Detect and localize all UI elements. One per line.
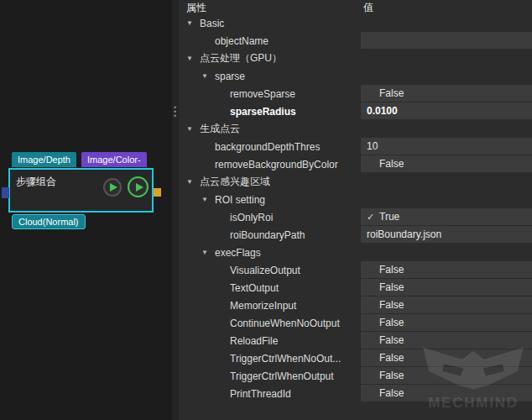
property-cell[interactable]: sparseRadius (179, 102, 361, 120)
expand-triangle-icon[interactable]: ▼ (186, 55, 200, 62)
value-cell[interactable]: False (361, 297, 532, 314)
property-cell[interactable]: TextOutput (179, 279, 361, 297)
splitter-handle-icon[interactable]: ••• (174, 106, 176, 118)
expand-triangle-icon[interactable]: ▼ (186, 178, 200, 186)
property-row[interactable]: ▼ sparse (179, 67, 532, 85)
property-row[interactable]: ▼ ROI setting (179, 191, 532, 208)
property-row[interactable]: TextOutput False (179, 279, 532, 297)
property-row[interactable]: removeSparse False (179, 85, 532, 102)
property-label: PrintThreadId (230, 388, 291, 400)
node-editor-canvas[interactable]: Image/Depth Image/Color- 步骤组合 Cloud(Norm… (0, 0, 172, 420)
value-cell[interactable] (361, 32, 532, 50)
property-row[interactable]: ▼ execFlags (179, 244, 532, 261)
property-label: ROI setting (215, 194, 265, 206)
run-step-button[interactable] (103, 178, 122, 197)
value-text: 0.0100 (367, 105, 398, 117)
property-label: ReloadFile (230, 335, 278, 347)
property-row[interactable]: TriggerCtrlWhenNoOut... False (179, 349, 532, 367)
property-row[interactable]: TriggerCtrlWhenOutput False (179, 367, 532, 385)
value-cell[interactable]: False (361, 279, 532, 297)
property-label: removeSparse (230, 88, 295, 100)
value-text: 10 (367, 140, 378, 152)
property-label: 生成点云 (200, 122, 240, 136)
expand-triangle-icon[interactable]: ▼ (186, 19, 200, 27)
property-cell[interactable]: removeBackgroundByColor (179, 155, 361, 173)
value-cell[interactable]: ✓ True (361, 208, 532, 226)
property-cell[interactable]: roiBoundaryPath (179, 226, 361, 244)
property-cell[interactable]: objectName (179, 32, 361, 50)
property-row[interactable]: roiBoundaryPath roiBoundary.json (179, 226, 532, 244)
expand-triangle-icon[interactable]: ▼ (201, 249, 215, 256)
column-header-property: 属性 (179, 0, 361, 14)
expand-triangle-icon[interactable]: ▼ (201, 72, 215, 80)
property-cell[interactable]: MemorizeInput (179, 297, 361, 314)
panel-splitter[interactable]: ••• (172, 0, 179, 420)
value-cell[interactable]: 0.0100 (361, 102, 532, 120)
property-label: isOnlyRoi (230, 212, 273, 223)
step-group-node[interactable]: 步骤组合 (8, 168, 154, 213)
node-output-port-cloud-normal[interactable]: Cloud(Normal) (12, 214, 86, 229)
property-cell[interactable]: ▼ sparse (179, 67, 361, 85)
property-row[interactable]: objectName (179, 32, 532, 50)
property-label: ContinueWhenNoOutput (230, 318, 340, 329)
value-cell[interactable]: False (361, 85, 532, 102)
node-input-port-image-color[interactable]: Image/Color- (81, 152, 147, 167)
property-row[interactable]: VisualizeOutput False (179, 261, 532, 279)
value-cell[interactable]: roiBoundary.json (361, 226, 532, 244)
property-cell[interactable]: ▼ ROI setting (179, 191, 361, 208)
value-text: False (379, 264, 404, 276)
value-cell[interactable]: False (361, 385, 532, 402)
property-row[interactable]: MemorizeInput False (179, 297, 532, 314)
property-label: 点云处理（GPU） (200, 51, 282, 66)
checkmark-icon: ✓ (367, 212, 379, 223)
property-row[interactable]: ContinueWhenNoOutput False (179, 314, 532, 332)
property-cell[interactable]: VisualizeOutput (179, 261, 361, 279)
property-cell[interactable]: isOnlyRoi (179, 208, 361, 226)
value-text: roiBoundary.json (367, 228, 441, 240)
expand-triangle-icon[interactable]: ▼ (201, 196, 215, 203)
property-cell[interactable]: TriggerCtrlWhenOutput (179, 367, 361, 385)
property-label: VisualizeOutput (230, 265, 300, 276)
property-row[interactable]: ▼ 生成点云 (179, 120, 532, 138)
property-panel-header: 属性 值 (179, 0, 532, 14)
property-row[interactable]: ▼ 点云感兴趣区域 (179, 173, 532, 191)
property-cell[interactable]: ▼ execFlags (179, 244, 361, 261)
property-cell[interactable]: PrintThreadId (179, 385, 361, 402)
property-label: TriggerCtrlWhenNoOut... (230, 353, 341, 365)
property-cell[interactable]: ▼ 点云处理（GPU） (179, 50, 361, 67)
value-cell[interactable]: False (361, 314, 532, 332)
value-text: False (379, 87, 404, 99)
property-label: roiBoundaryPath (230, 229, 305, 241)
property-label: TextOutput (230, 282, 279, 294)
property-cell[interactable]: backgroundDepthThres (179, 138, 361, 155)
column-header-value: 值 (361, 0, 532, 14)
run-continuous-button[interactable] (128, 176, 149, 197)
value-cell[interactable]: False (361, 261, 532, 279)
property-rows: ▼ Basic objectName ▼ 点云处理（GPU） ▼ sparse … (179, 14, 532, 402)
value-cell[interactable]: False (361, 155, 532, 173)
property-row[interactable]: PrintThreadId False (179, 385, 532, 402)
left-connection-port[interactable] (2, 187, 9, 198)
value-cell[interactable]: False (361, 332, 532, 349)
expand-triangle-icon[interactable]: ▼ (186, 125, 200, 133)
value-cell[interactable]: False (361, 349, 532, 367)
value-cell[interactable]: False (361, 367, 532, 385)
property-cell[interactable]: ▼ Basic (179, 14, 361, 32)
property-row[interactable]: isOnlyRoi ✓ True (179, 208, 532, 226)
property-cell[interactable]: ContinueWhenNoOutput (179, 314, 361, 332)
property-row[interactable]: ReloadFile False (179, 332, 532, 349)
property-row[interactable]: sparseRadius 0.0100 (179, 102, 532, 120)
property-cell[interactable]: ReloadFile (179, 332, 361, 349)
property-row[interactable]: backgroundDepthThres 10 (179, 138, 532, 155)
property-row[interactable]: ▼ Basic (179, 14, 532, 32)
property-row[interactable]: ▼ 点云处理（GPU） (179, 50, 532, 67)
value-cell[interactable]: 10 (361, 138, 532, 155)
property-cell[interactable]: ▼ 生成点云 (179, 120, 361, 138)
node-input-port-image-depth[interactable]: Image/Depth (12, 152, 76, 167)
property-cell[interactable]: ▼ 点云感兴趣区域 (179, 173, 361, 191)
right-connection-port[interactable] (154, 188, 161, 197)
property-row[interactable]: removeBackgroundByColor False (179, 155, 532, 173)
property-cell[interactable]: removeSparse (179, 85, 361, 102)
property-label: execFlags (215, 247, 261, 259)
property-cell[interactable]: TriggerCtrlWhenNoOut... (179, 349, 361, 367)
